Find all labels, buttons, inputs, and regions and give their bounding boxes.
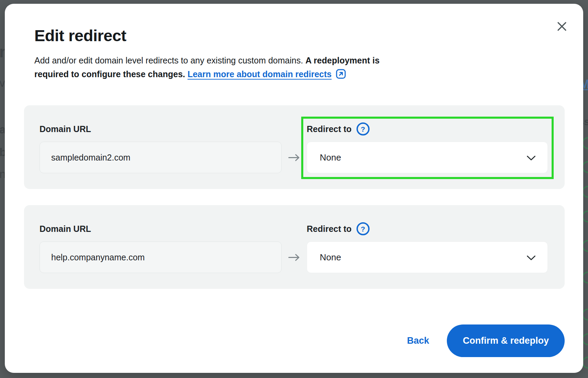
edit-redirect-modal: Edit redirect Add and/or edit domain lev… xyxy=(5,4,583,373)
redirect-row: Domain URL Redirect to ? xyxy=(24,105,565,189)
redirect-to-value: None xyxy=(320,152,341,163)
learn-more-link-label: Learn more about domain redirects xyxy=(188,69,332,79)
backdrop-text-fragment: v xyxy=(0,77,5,88)
domain-url-input[interactable] xyxy=(39,241,282,273)
redirect-to-label: Redirect to xyxy=(307,224,352,234)
redirect-to-select[interactable]: None xyxy=(307,241,548,273)
redirect-to-value: None xyxy=(320,252,341,263)
page-title: Edit redirect xyxy=(34,27,565,44)
redirect-row: Domain URL Redirect to ? xyxy=(24,205,565,289)
help-icon[interactable]: ? xyxy=(357,222,370,235)
learn-more-link[interactable]: Learn more about domain redirects xyxy=(188,69,332,79)
back-button[interactable]: Back xyxy=(407,335,429,346)
domain-url-label: Domain URL xyxy=(39,222,282,235)
redirect-to-select[interactable]: None xyxy=(307,142,548,173)
external-link-icon xyxy=(336,69,346,83)
redirect-to-label: Redirect to xyxy=(307,124,352,134)
domain-url-input[interactable] xyxy=(39,142,282,173)
arrow-right-icon xyxy=(288,253,301,261)
modal-description: Add and/or edit domain level redirects t… xyxy=(34,54,410,83)
chevron-down-icon xyxy=(527,255,536,261)
confirm-redeploy-button[interactable]: Confirm & redeploy xyxy=(447,324,565,357)
close-button[interactable] xyxy=(554,19,569,34)
description-text: Add and/or edit domain level redirects t… xyxy=(34,56,305,65)
chevron-down-icon xyxy=(527,155,536,161)
close-icon xyxy=(557,21,567,32)
arrow-right-icon xyxy=(288,154,301,162)
help-icon[interactable]: ? xyxy=(357,122,370,135)
domain-url-label: Domain URL xyxy=(39,122,282,135)
